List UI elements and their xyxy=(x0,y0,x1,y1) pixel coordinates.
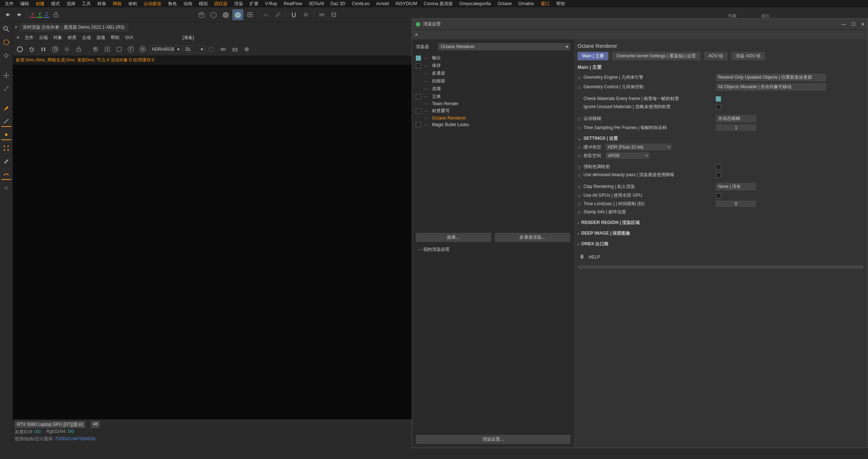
ignore-materials-checkbox[interactable] xyxy=(716,104,721,110)
vp-menu-材质[interactable]: 材质 xyxy=(68,35,76,41)
menu-渲染[interactable]: 渲染 xyxy=(231,0,246,8)
menu-创建[interactable]: 创建 xyxy=(33,0,47,8)
sphere-icon[interactable] xyxy=(90,44,101,54)
menu-Greyscalegorilla[interactable]: Greyscalegorilla xyxy=(456,0,494,7)
circle-icon[interactable] xyxy=(242,44,252,54)
menu-角色[interactable]: 角色 xyxy=(165,0,180,8)
cam-icon[interactable] xyxy=(218,44,228,54)
tree-item[interactable]: —输出 xyxy=(412,54,574,62)
viewport-tab[interactable]: 实时渲染 汉化作者：庞清源 Demo 2022.1-XB1-(R3) xyxy=(19,23,128,32)
vp-menu-选项[interactable]: 选项 xyxy=(96,35,105,41)
gear2-icon[interactable] xyxy=(62,44,72,54)
paint-tool[interactable] xyxy=(1,156,11,167)
magnet-icon[interactable] xyxy=(288,9,299,20)
move-tool[interactable] xyxy=(1,37,11,47)
snap-icon[interactable] xyxy=(316,9,327,20)
check-materials-checkbox[interactable] xyxy=(716,96,721,102)
close-icon[interactable]: ✕ xyxy=(861,22,865,27)
allgpu-checkbox[interactable] xyxy=(716,193,721,198)
axis-y[interactable]: Y xyxy=(37,12,43,18)
search-icon[interactable] xyxy=(1,24,11,34)
menu-编辑[interactable]: 编辑 xyxy=(17,0,32,8)
cube-icon[interactable] xyxy=(196,9,207,20)
buffer-type-select[interactable]: HDR (Float 32-bit) xyxy=(606,144,672,150)
translate-tool[interactable] xyxy=(1,70,11,81)
menu-样条[interactable]: 样条 xyxy=(94,0,109,8)
orbx-section[interactable]: ›ORBX 出口商 xyxy=(578,241,864,247)
menu-CentiLeo[interactable]: CentiLeo xyxy=(349,0,372,7)
scrollbar[interactable] xyxy=(578,265,864,269)
snap2-icon[interactable] xyxy=(328,9,339,20)
tab-0[interactable]: Main | 主要 xyxy=(578,52,608,60)
region-section[interactable]: ›RENDER REGION | 渲染区域 xyxy=(578,220,864,226)
menu-V-Ray[interactable]: V-Ray xyxy=(262,0,280,7)
dl-select[interactable]: DL xyxy=(183,46,205,53)
hamburger-icon[interactable]: ≡ xyxy=(412,30,868,39)
vp-menu-文件[interactable]: 文件 xyxy=(25,35,33,41)
menu-窗口[interactable]: 窗口 xyxy=(538,0,553,8)
tree-checkbox[interactable] xyxy=(416,108,421,114)
f-icon[interactable]: F xyxy=(126,44,136,54)
tree-item[interactable]: —选项 xyxy=(412,85,574,93)
gear-icon[interactable] xyxy=(300,9,311,20)
photo-icon[interactable] xyxy=(230,44,240,54)
tree-item[interactable]: —材质覆写 xyxy=(412,107,574,115)
add-icon[interactable] xyxy=(102,44,112,54)
cube-icon-3[interactable] xyxy=(220,9,231,20)
axis-z[interactable]: Z xyxy=(44,12,49,18)
pause-icon[interactable] xyxy=(38,44,49,54)
vp-menu-帮助[interactable]: 帮助 xyxy=(111,35,119,41)
misc-tool[interactable] xyxy=(1,183,11,193)
menu-3DToAll[interactable]: 3DToAll xyxy=(306,0,327,7)
menu-网格[interactable]: 网格 xyxy=(110,0,125,8)
tree-item[interactable]: —Octane Renderer xyxy=(412,115,574,121)
vp-menu-云端[interactable]: 云端 xyxy=(39,35,48,41)
pen-icon[interactable] xyxy=(272,9,283,20)
menu-Arnold[interactable]: Arnold xyxy=(373,0,392,7)
minimize-icon[interactable]: — xyxy=(842,22,846,27)
deep-section[interactable]: ›DEEP IMAGE | 深度图像 xyxy=(578,230,864,236)
colorspace-select[interactable]: sRGB xyxy=(606,152,650,159)
menu-动画[interactable]: 动画 xyxy=(181,0,195,8)
time-sampling-value[interactable]: 1 xyxy=(716,124,756,131)
refresh-icon[interactable] xyxy=(26,44,37,54)
timelimit-value[interactable]: 0 xyxy=(716,200,756,207)
spline-icon[interactable] xyxy=(260,9,271,20)
hamburger-icon[interactable]: ≡ xyxy=(17,35,19,40)
rect-icon[interactable] xyxy=(114,44,124,54)
renderer-select[interactable]: Octane Renderer xyxy=(438,43,570,50)
shader-icon[interactable] xyxy=(232,9,243,20)
menu-选择[interactable]: 选择 xyxy=(64,0,78,8)
tab-1[interactable]: Overwrite kernel Settings | 覆盖核心设置 xyxy=(612,52,700,60)
denoise-checkbox[interactable] xyxy=(716,172,721,178)
hex-icon[interactable] xyxy=(206,44,217,54)
r-icon[interactable]: R xyxy=(50,44,60,54)
tree-item[interactable]: —Magic Bullet Looks xyxy=(412,121,574,128)
menu-模式[interactable]: 模式 xyxy=(48,0,63,8)
menu-跟踪器[interactable]: 跟踪器 xyxy=(211,0,231,8)
multipass-button[interactable]: 多通道渲染... xyxy=(495,233,570,242)
menu-Octane[interactable]: Octane xyxy=(494,0,515,7)
geo-ctrl-value[interactable]: All Objects Movable | 所有对象可移动 xyxy=(716,83,826,91)
lock-icon[interactable] xyxy=(50,9,61,20)
tree-checkbox[interactable] xyxy=(416,56,421,61)
menu-体积[interactable]: 体积 xyxy=(125,0,140,8)
undo-button[interactable] xyxy=(2,9,13,20)
tab-2[interactable]: AOV 组 xyxy=(704,52,728,60)
menu-工具[interactable]: 工具 xyxy=(79,0,94,8)
settings-section[interactable]: ⌄SETTINGS | 设置 xyxy=(578,135,864,142)
menu-Ornatrix[interactable]: Ornatrix xyxy=(515,0,537,7)
geo-engine-value[interactable]: Resend Only Updated Objects | 仅重新发送更新 xyxy=(716,74,826,81)
cube-icon-2[interactable] xyxy=(208,9,219,20)
menu-RealFlow[interactable]: RealFlow xyxy=(281,0,305,7)
m-icon[interactable]: M xyxy=(137,44,148,54)
vp-menu-合成[interactable]: 合成 xyxy=(82,35,91,41)
tonemap-checkbox[interactable] xyxy=(716,164,721,170)
tree-checkbox[interactable] xyxy=(416,122,421,127)
redo-button[interactable] xyxy=(14,9,25,20)
tree-checkbox[interactable] xyxy=(416,63,421,68)
brush-tool[interactable] xyxy=(1,103,11,114)
grid-icon[interactable] xyxy=(244,9,256,20)
menu-文件[interactable]: 文件 xyxy=(2,0,17,8)
tab-3[interactable]: 渲染 AOV 组 xyxy=(731,52,765,60)
